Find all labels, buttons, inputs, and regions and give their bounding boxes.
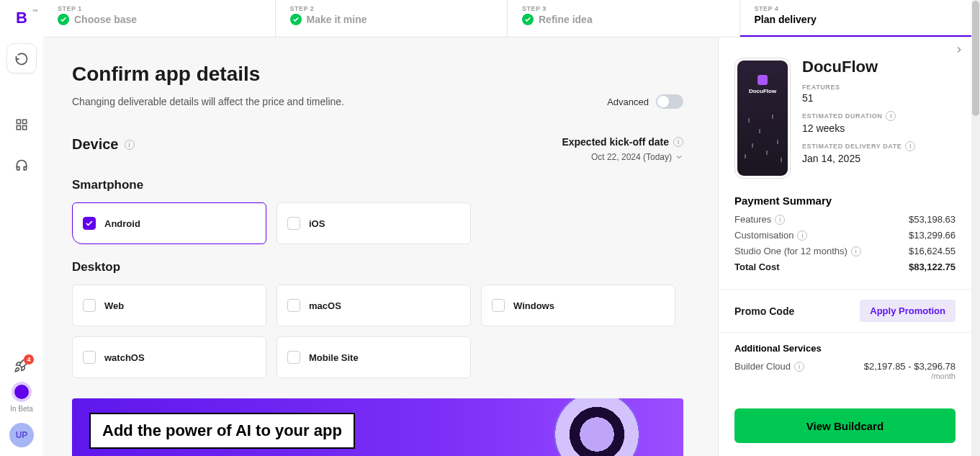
kickoff-block: Expected kick-off date i Oct 22, 2024 (T… bbox=[562, 136, 683, 162]
payment-row-customisation: Customisationi $13,299.66 bbox=[734, 230, 956, 241]
beta-label: In Beta bbox=[10, 405, 33, 413]
additional-row-cloud: Builder Cloudi $2,197.85 - $3,296.78 /mo… bbox=[734, 361, 956, 380]
step-title: Make it mine bbox=[307, 14, 367, 25]
step-num: STEP 4 bbox=[755, 5, 958, 12]
logo-letter: B bbox=[16, 9, 27, 27]
app-name: DocuFlow bbox=[802, 58, 956, 76]
phone-preview: DocuFlow bbox=[734, 58, 791, 179]
avatar[interactable]: UP bbox=[9, 423, 34, 447]
advanced-toggle-group: Advanced bbox=[607, 94, 683, 109]
stepper: STEP 1 Choose base STEP 2 Make it mine S… bbox=[43, 0, 971, 37]
duration-label-text: ESTIMATED DURATION bbox=[802, 112, 882, 120]
card-label: Windows bbox=[513, 300, 554, 311]
card-label: Android bbox=[104, 218, 140, 229]
device-heading: Device i bbox=[72, 136, 135, 153]
step-make-it-mine[interactable]: STEP 2 Make it mine bbox=[276, 0, 508, 37]
step-refine-idea[interactable]: STEP 3 Refine idea bbox=[508, 0, 740, 37]
ai-banner-graphic bbox=[554, 398, 640, 456]
svg-rect-0 bbox=[17, 120, 20, 123]
payment-row-studio-one: Studio One (for 12 months)i $16,624.55 bbox=[734, 246, 956, 256]
info-icon[interactable]: i bbox=[775, 215, 785, 225]
row-label: Studio One (for 12 months) bbox=[734, 246, 848, 256]
undo-button[interactable] bbox=[6, 43, 37, 73]
svg-rect-1 bbox=[23, 120, 27, 123]
row-value: $53,198.63 bbox=[909, 214, 956, 225]
card-label: macOS bbox=[309, 300, 341, 311]
kickoff-date-picker[interactable]: Oct 22, 2024 (Today) bbox=[562, 152, 683, 162]
checkbox-checked-icon bbox=[83, 217, 96, 230]
step-plan-delivery[interactable]: STEP 4 Plan delivery bbox=[740, 0, 972, 37]
promo-section: Promo Code Apply Promotion bbox=[719, 289, 971, 333]
device-web[interactable]: Web bbox=[72, 285, 266, 326]
group-desktop: Desktop bbox=[72, 260, 683, 274]
device-android[interactable]: Android bbox=[72, 202, 266, 244]
step-choose-base[interactable]: STEP 1 Choose base bbox=[43, 0, 276, 37]
step-num: STEP 3 bbox=[522, 5, 725, 12]
form-panel: Confirm app details Changing deliverable… bbox=[43, 37, 718, 456]
total-label: Total Cost bbox=[734, 261, 780, 272]
rocket-badge: 4 bbox=[24, 354, 34, 365]
advanced-toggle[interactable] bbox=[656, 94, 683, 109]
row-label: Builder Cloud bbox=[734, 361, 791, 372]
logo[interactable]: B ™ bbox=[11, 7, 32, 29]
promo-label: Promo Code bbox=[734, 305, 794, 317]
info-icon[interactable]: i bbox=[673, 137, 683, 147]
device-ios[interactable]: iOS bbox=[277, 202, 471, 244]
info-icon[interactable]: i bbox=[794, 362, 804, 372]
total-value: $83,122.75 bbox=[909, 261, 956, 272]
kickoff-label: Expected kick-off date i bbox=[562, 136, 683, 148]
additional-services: Additional Services Builder Cloudi $2,19… bbox=[719, 333, 971, 386]
info-icon[interactable]: i bbox=[125, 140, 135, 150]
check-icon bbox=[290, 14, 302, 25]
apply-promotion-button[interactable]: Apply Promotion bbox=[860, 300, 956, 322]
row-value: $13,299.66 bbox=[909, 230, 956, 241]
content-row: Confirm app details Changing deliverable… bbox=[43, 37, 971, 456]
undo-icon bbox=[14, 51, 29, 66]
collapse-button[interactable] bbox=[951, 42, 967, 58]
check-icon bbox=[522, 14, 534, 25]
checkbox-icon bbox=[287, 299, 300, 312]
payment-row-features: Featuresi $53,198.63 bbox=[734, 214, 956, 225]
ai-banner[interactable]: Add the power of AI to your app bbox=[72, 398, 683, 456]
features-value: 51 bbox=[802, 92, 956, 104]
ai-banner-title: Add the power of AI to your app bbox=[89, 413, 355, 449]
delivery-label: ESTIMATED DELIVERY DATE i bbox=[802, 141, 956, 151]
info-icon[interactable]: i bbox=[886, 111, 896, 121]
info-icon[interactable]: i bbox=[905, 141, 915, 151]
rocket-button[interactable]: 4 bbox=[14, 357, 30, 376]
scrollbar-thumb[interactable] bbox=[972, 1, 979, 116]
grid-icon[interactable] bbox=[6, 109, 37, 140]
step-num: STEP 1 bbox=[58, 5, 261, 12]
card-label: watchOS bbox=[104, 352, 145, 363]
svg-rect-3 bbox=[23, 126, 27, 130]
step-num: STEP 2 bbox=[290, 5, 493, 12]
row-label: Customisation bbox=[734, 230, 794, 241]
duration-label: ESTIMATED DURATION i bbox=[802, 111, 956, 121]
view-buildcard-button[interactable]: View Buildcard bbox=[734, 408, 956, 443]
status-dot bbox=[14, 385, 29, 399]
phone-app-name: DocuFlow bbox=[749, 88, 776, 94]
check-icon bbox=[58, 14, 69, 25]
additional-title: Additional Services bbox=[734, 343, 956, 354]
chevron-right-icon bbox=[954, 45, 964, 55]
device-watchos[interactable]: watchOS bbox=[72, 336, 266, 378]
row-per: /month bbox=[864, 372, 956, 380]
row-label: Features bbox=[734, 214, 771, 225]
kickoff-date-text: Oct 22, 2024 (Today) bbox=[591, 152, 672, 162]
logo-tm: ™ bbox=[32, 9, 38, 15]
info-icon[interactable]: i bbox=[797, 231, 807, 241]
info-icon[interactable]: i bbox=[851, 246, 861, 256]
checkbox-icon bbox=[492, 299, 505, 312]
phone-logo-icon bbox=[758, 75, 768, 85]
device-macos[interactable]: macOS bbox=[277, 285, 471, 326]
row-value: $16,624.55 bbox=[909, 246, 956, 256]
device-mobile-site[interactable]: Mobile Site bbox=[277, 336, 471, 378]
step-title: Refine idea bbox=[539, 14, 593, 25]
device-windows[interactable]: Windows bbox=[481, 285, 675, 326]
card-label: Mobile Site bbox=[309, 352, 359, 363]
headset-icon[interactable] bbox=[6, 151, 37, 181]
svg-rect-2 bbox=[17, 126, 20, 130]
scrollbar[interactable] bbox=[971, 0, 980, 456]
left-sidebar: B ™ 4 In Beta UP bbox=[0, 0, 43, 456]
summary-panel: DocuFlow DocuFlow FEATURES 51 ES bbox=[718, 37, 971, 456]
